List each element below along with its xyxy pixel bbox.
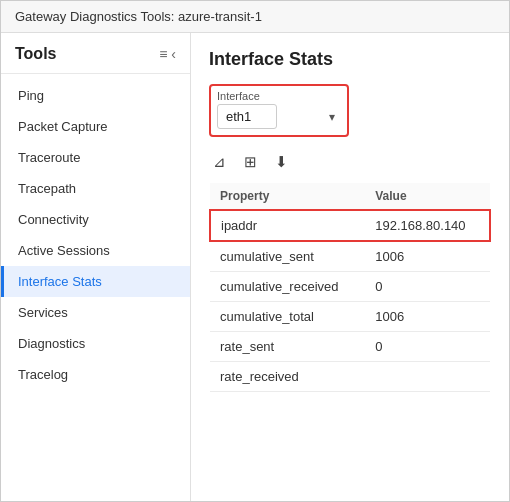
sidebar: Tools ≡ ‹ PingPacket CaptureTracerouteTr…	[1, 33, 191, 501]
sidebar-item-packet-capture[interactable]: Packet Capture	[1, 111, 190, 142]
cell-value: 0	[365, 272, 490, 302]
sidebar-item-diagnostics[interactable]: Diagnostics	[1, 328, 190, 359]
cell-property: rate_received	[210, 362, 365, 392]
cell-property: cumulative_total	[210, 302, 365, 332]
window-title: Gateway Diagnostics Tools: azure-transit…	[15, 9, 262, 24]
columns-icon[interactable]: ⊞	[240, 151, 261, 173]
table-row: cumulative_sent1006	[210, 241, 490, 272]
stats-toolbar: ⊿ ⊞ ⬇	[209, 151, 491, 173]
stats-table: Property Value ipaddr192.168.80.140cumul…	[209, 183, 491, 392]
table-row: rate_sent0	[210, 332, 490, 362]
sidebar-item-active-sessions[interactable]: Active Sessions	[1, 235, 190, 266]
cell-property: cumulative_sent	[210, 241, 365, 272]
export-icon[interactable]: ⬇	[271, 151, 292, 173]
sidebar-item-services[interactable]: Services	[1, 297, 190, 328]
cell-value: 192.168.80.140	[365, 210, 490, 241]
cell-value	[365, 362, 490, 392]
table-header: Property Value	[210, 183, 490, 210]
table-row: rate_received	[210, 362, 490, 392]
title-bar: Gateway Diagnostics Tools: azure-transit…	[1, 1, 509, 33]
cell-value: 1006	[365, 302, 490, 332]
sidebar-item-ping[interactable]: Ping	[1, 80, 190, 111]
sidebar-item-tracepath[interactable]: Tracepath	[1, 173, 190, 204]
col-property: Property	[210, 183, 365, 210]
table-row: ipaddr192.168.80.140	[210, 210, 490, 241]
interface-label: Interface	[217, 90, 341, 102]
sidebar-item-interface-stats[interactable]: Interface Stats	[1, 266, 190, 297]
col-value: Value	[365, 183, 490, 210]
sidebar-title: Tools	[15, 45, 56, 63]
content-area: Tools ≡ ‹ PingPacket CaptureTracerouteTr…	[1, 33, 509, 501]
sidebar-header: Tools ≡ ‹	[1, 33, 190, 74]
cell-property: cumulative_received	[210, 272, 365, 302]
main-panel: Interface Stats Interface eth0eth1eth2 ⊿…	[191, 33, 509, 501]
main-window: Gateway Diagnostics Tools: azure-transit…	[0, 0, 510, 502]
cell-value: 1006	[365, 241, 490, 272]
table-row: cumulative_total1006	[210, 302, 490, 332]
table-body: ipaddr192.168.80.140cumulative_sent1006c…	[210, 210, 490, 392]
cell-property: rate_sent	[210, 332, 365, 362]
sidebar-item-traceroute[interactable]: Traceroute	[1, 142, 190, 173]
cell-value: 0	[365, 332, 490, 362]
sidebar-toggle-icon[interactable]: ≡ ‹	[159, 46, 176, 62]
cell-property: ipaddr	[210, 210, 365, 241]
table-row: cumulative_received0	[210, 272, 490, 302]
filter-icon[interactable]: ⊿	[209, 151, 230, 173]
panel-title: Interface Stats	[209, 49, 491, 70]
interface-field-group: Interface eth0eth1eth2	[209, 84, 349, 137]
sidebar-item-connectivity[interactable]: Connectivity	[1, 204, 190, 235]
sidebar-nav: PingPacket CaptureTracerouteTracepathCon…	[1, 74, 190, 396]
sidebar-item-tracelog[interactable]: Tracelog	[1, 359, 190, 390]
interface-select[interactable]: eth0eth1eth2	[217, 104, 277, 129]
interface-select-wrapper: eth0eth1eth2	[217, 104, 341, 129]
